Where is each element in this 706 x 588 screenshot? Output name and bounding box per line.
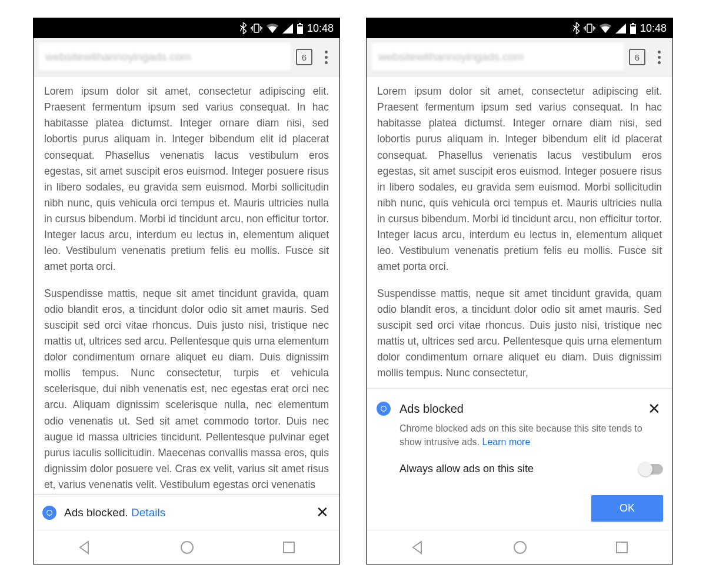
recents-icon[interactable] — [282, 540, 296, 554]
svg-point-6 — [47, 510, 52, 515]
body-paragraph: Suspendisse mattis, neque sit amet tinci… — [44, 286, 329, 493]
status-clock: 10:48 — [307, 22, 334, 35]
status-bar: 10:48 — [367, 18, 672, 38]
body-paragraph: Lorem ipsum dolor sit amet, consectetur … — [377, 83, 662, 275]
svg-rect-3 — [298, 25, 302, 26]
url-bar[interactable]: websitewithannoyingads.com — [371, 43, 624, 71]
body-paragraph: Suspendisse mattis, neque sit amet tinci… — [377, 286, 662, 382]
recents-icon[interactable] — [615, 540, 629, 554]
overflow-menu-button[interactable] — [650, 51, 668, 64]
cell-signal-icon — [615, 24, 626, 34]
omnibox-row: websitewithannoyingads.com 6 — [34, 38, 339, 76]
bluetooth-icon — [239, 22, 247, 34]
svg-rect-8 — [284, 542, 294, 553]
battery-icon — [630, 23, 637, 34]
phone-right: 10:48 websitewithannoyingads.com 6 Lorem… — [366, 18, 673, 564]
svg-rect-12 — [631, 25, 635, 26]
body-paragraph: Lorem ipsum dolor sit amet, consectetur … — [44, 83, 329, 275]
sheet-title: Ads blocked — [399, 402, 637, 416]
toggle-switch[interactable] — [640, 464, 663, 475]
svg-rect-17 — [617, 542, 627, 553]
wifi-icon — [599, 23, 612, 34]
battery-icon — [297, 23, 304, 34]
svg-point-15 — [381, 406, 386, 411]
vibrate-icon — [584, 23, 595, 34]
svg-point-16 — [514, 542, 526, 553]
details-link[interactable]: Details — [131, 506, 165, 519]
cell-signal-icon — [282, 24, 293, 34]
back-icon[interactable] — [410, 540, 425, 555]
tab-switcher-button[interactable]: 6 — [296, 49, 312, 65]
page-content[interactable]: Lorem ipsum dolor sit amet, consectetur … — [34, 76, 339, 495]
ads-blocked-infobar: Ads blocked. Details ✕ — [34, 495, 339, 530]
overflow-menu-button[interactable] — [317, 51, 335, 64]
home-icon[interactable] — [179, 540, 195, 555]
home-icon[interactable] — [512, 540, 528, 555]
android-navbar — [34, 530, 339, 564]
phone-left: 10:48 websitewithannoyingads.com 6 Lorem… — [33, 18, 340, 564]
bluetooth-icon — [572, 22, 580, 34]
chrome-icon — [376, 401, 391, 416]
learn-more-link[interactable]: Learn more — [482, 437, 531, 447]
url-bar[interactable]: websitewithannoyingads.com — [38, 43, 291, 71]
page-content[interactable]: Lorem ipsum dolor sit amet, consectetur … — [367, 76, 672, 389]
toggle-label: Always allow ads on this site — [399, 463, 640, 475]
svg-rect-11 — [632, 23, 634, 25]
svg-rect-0 — [254, 24, 259, 32]
status-clock: 10:48 — [640, 22, 667, 35]
chrome-icon — [42, 505, 57, 520]
android-navbar — [367, 530, 672, 564]
close-icon[interactable]: ✕ — [645, 400, 663, 418]
status-bar: 10:48 — [34, 18, 339, 38]
wifi-icon — [266, 23, 279, 34]
omnibox-row: websitewithannoyingads.com 6 — [367, 38, 672, 76]
ok-button[interactable]: OK — [591, 495, 663, 522]
tab-switcher-button[interactable]: 6 — [629, 49, 645, 65]
infobar-title: Ads blocked. — [64, 506, 128, 519]
svg-rect-9 — [587, 24, 592, 32]
vibrate-icon — [251, 23, 262, 34]
svg-point-7 — [181, 542, 193, 553]
svg-rect-2 — [299, 23, 301, 25]
always-allow-toggle-row: Always allow ads on this site — [399, 463, 663, 475]
ads-blocked-sheet: Ads blocked ✕ Chrome blocked ads on this… — [367, 389, 672, 530]
sheet-description: Chrome blocked ads on this site because … — [399, 422, 663, 449]
close-icon[interactable]: ✕ — [314, 503, 331, 522]
back-icon[interactable] — [77, 540, 92, 555]
